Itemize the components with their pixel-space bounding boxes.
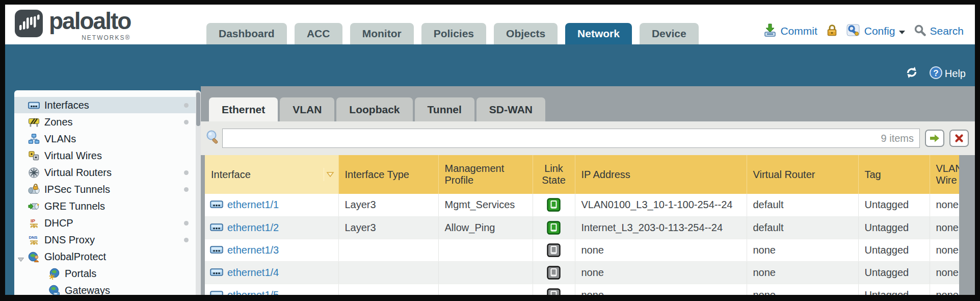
cell-vlan-wire: none <box>930 194 959 216</box>
cell-ip-address: none <box>575 239 747 261</box>
ethernet-interface-icon <box>210 244 223 256</box>
sidebar-item-label: Virtual Routers <box>44 167 112 179</box>
search-icon <box>914 24 926 39</box>
screen: paloalto NETWORKS® Dashboard ACC Monitor… <box>0 0 980 301</box>
status-dot <box>184 170 189 175</box>
table-row: ethernet1/5 none none Untagged none <box>205 284 959 295</box>
ipsec-tunnels-icon <box>28 184 40 195</box>
col-header-link-state[interactable]: Link State <box>533 155 575 194</box>
col-header-virtual-router[interactable]: Virtual Router <box>747 155 858 194</box>
config-menu[interactable]: Config <box>846 23 906 39</box>
cell-vlan-wire: none <box>930 216 959 239</box>
apply-filter-button[interactable] <box>925 130 944 147</box>
tab-tunnel[interactable]: Tunnel <box>415 97 474 121</box>
sidebar-item-label: Zones <box>44 116 73 128</box>
cell-tag: Untagged <box>858 239 930 261</box>
vlans-icon <box>28 133 40 145</box>
nav-tab-objects[interactable]: Objects <box>494 23 558 44</box>
sidebar-item-gateways[interactable]: Gateways <box>14 282 201 295</box>
cell-vlan-wire: none <box>930 239 959 261</box>
sidebar-item-interfaces[interactable]: Interfaces <box>14 97 201 113</box>
interface-link[interactable]: ethernet1/1 <box>227 199 279 211</box>
tab-ethernet[interactable]: Ethernet <box>209 97 278 121</box>
cell-interface-type: Layer3 <box>338 194 438 216</box>
col-header-vlan-wire[interactable]: VLAN / Virtual Wire <box>930 155 959 194</box>
zones-icon <box>28 116 40 128</box>
tab-loopback[interactable]: Loopback <box>336 97 412 121</box>
search-link[interactable]: Search <box>914 24 964 39</box>
cell-tag: Untagged <box>858 216 930 239</box>
interfaces-table: Interface Interface Type Management Prof… <box>205 155 959 295</box>
ethernet-interface-icon <box>210 267 223 279</box>
config-icon <box>846 23 861 39</box>
sidebar-item-virtual-wires[interactable]: Virtual Wires <box>14 147 201 164</box>
link-state-icon <box>547 221 561 235</box>
sidebar-item-portals[interactable]: Portals <box>14 265 201 282</box>
sidebar-item-label: GlobalProtect <box>44 251 106 263</box>
sidebar: Interfaces Zones VLANs Virtual Wires <box>14 90 201 295</box>
tab-vlan[interactable]: VLAN <box>280 97 334 121</box>
gre-tunnels-icon <box>28 200 40 212</box>
sidebar-item-label: VLANs <box>44 133 76 145</box>
sidebar-scrollbar[interactable] <box>196 90 201 295</box>
column-menu-icon[interactable] <box>324 168 337 181</box>
band-tools: ? Help <box>905 65 966 82</box>
col-header-interface[interactable]: Interface <box>205 155 338 194</box>
sidebar-item-zones[interactable]: Zones <box>14 114 201 130</box>
content-area: Interfaces Zones VLANs Virtual Wires <box>5 86 975 295</box>
sidebar-item-gre-tunnels[interactable]: GRE Tunnels <box>14 198 201 214</box>
interface-link[interactable]: ethernet1/3 <box>227 244 279 256</box>
lock-icon[interactable] <box>826 23 838 39</box>
ethernet-interface-icon <box>210 289 223 295</box>
sidebar-item-dns-proxy[interactable]: DNS DNS Proxy <box>14 232 201 248</box>
cell-interface-type <box>338 239 438 261</box>
sidebar-item-dhcp[interactable]: IP DHCP <box>14 215 201 231</box>
col-header-ip-address[interactable]: IP Address <box>575 155 747 194</box>
filter-toolbar: 9 items <box>201 121 975 155</box>
sidebar-item-vlans[interactable]: VLANs <box>14 131 201 147</box>
table-row: ethernet1/2 Layer3 Allow_Ping Internet_L… <box>205 216 959 239</box>
chevron-down-icon <box>898 25 906 37</box>
interfaces-icon <box>28 99 40 111</box>
nav-tab-policies[interactable]: Policies <box>421 23 486 44</box>
commit-icon <box>763 23 777 39</box>
table-row: ethernet1/4 none none Untagged none <box>205 261 959 284</box>
collapse-triangle-icon[interactable] <box>17 253 24 265</box>
interfaces-table-wrap: Interface Interface Type Management Prof… <box>205 155 959 295</box>
nav-tab-monitor[interactable]: Monitor <box>350 23 414 44</box>
cell-mgmt-profile <box>438 239 533 261</box>
interface-link[interactable]: ethernet1/5 <box>227 289 279 295</box>
help-label: Help <box>945 68 966 80</box>
interface-link[interactable]: ethernet1/2 <box>227 222 279 234</box>
cell-ip-address: none <box>575 284 747 295</box>
help-link[interactable]: ? Help <box>929 66 966 82</box>
refresh-icon[interactable] <box>905 65 919 82</box>
col-header-tag[interactable]: Tag <box>858 155 930 194</box>
nav-tab-acc[interactable]: ACC <box>295 23 342 44</box>
cell-ip-address: none <box>575 261 747 284</box>
dns-proxy-icon: DNS <box>28 234 40 246</box>
commit-button[interactable]: Commit <box>763 23 817 39</box>
scrollbar-thumb[interactable] <box>196 92 200 126</box>
nav-tab-device[interactable]: Device <box>640 23 699 44</box>
col-header-interface-type[interactable]: Interface Type <box>338 155 438 194</box>
tab-sdwan[interactable]: SD-WAN <box>476 97 545 121</box>
sidebar-item-ipsec-tunnels[interactable]: IPSec Tunnels <box>14 181 201 197</box>
clear-filter-button[interactable] <box>949 130 969 147</box>
items-count: 9 items <box>881 133 914 144</box>
cell-mgmt-profile <box>438 284 533 295</box>
sidebar-item-virtual-routers[interactable]: Virtual Routers <box>14 164 201 181</box>
filter-input-wrap: 9 items <box>222 129 920 148</box>
sidebar-item-globalprotect[interactable]: GlobalProtect <box>14 248 201 265</box>
nav-tab-network[interactable]: Network <box>565 23 632 44</box>
interface-link[interactable]: ethernet1/4 <box>227 267 279 279</box>
search-label: Search <box>930 25 964 37</box>
ethernet-interface-icon <box>210 222 223 234</box>
filter-input[interactable] <box>222 129 920 148</box>
cell-interface-type: Layer3 <box>338 216 438 239</box>
cell-tag: Untagged <box>858 261 930 284</box>
cell-interface-type <box>338 261 438 284</box>
nav-tab-dashboard[interactable]: Dashboard <box>206 23 287 44</box>
main-panel: Ethernet VLAN Loopback Tunnel SD-WAN 9 i… <box>201 86 975 295</box>
col-header-management-profile[interactable]: Management Profile <box>438 155 533 194</box>
